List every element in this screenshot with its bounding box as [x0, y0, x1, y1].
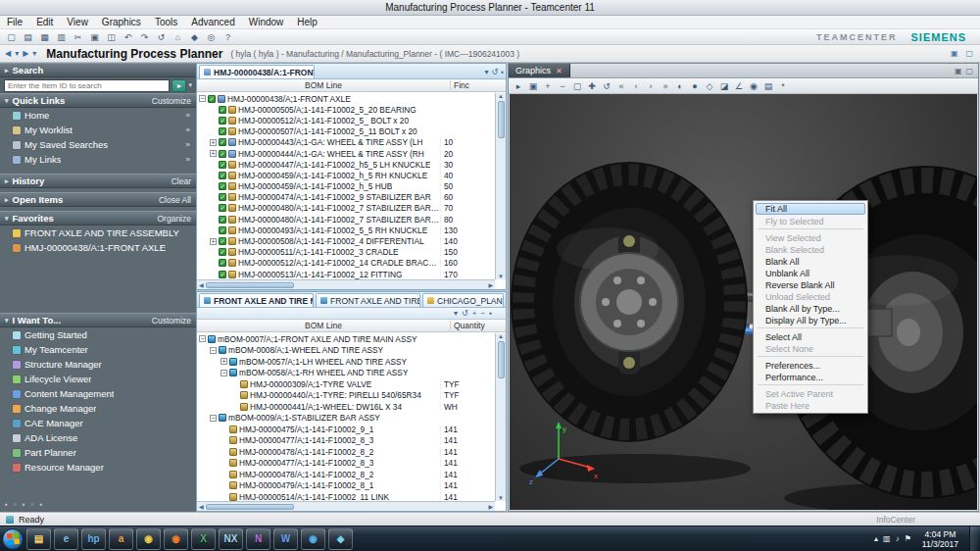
mbom-row[interactable]: HMJ-00000478/A;1-141-F10002_8_2 141: [197, 446, 495, 458]
forward-icon[interactable]: ▶: [23, 49, 28, 58]
chevron-right-icon[interactable]: »: [186, 125, 190, 134]
i-want-to-customize-link[interactable]: Customize: [152, 316, 191, 326]
column-find-no[interactable]: Finc: [451, 80, 506, 90]
checkbox-checked-icon[interactable]: ✓: [219, 271, 226, 278]
favorite-item[interactable]: HMJ-00000438/A:1-FRONT AXLE: [0, 240, 196, 255]
layout-icon[interactable]: ▪: [23, 500, 25, 509]
graphics-settings-icon[interactable]: *: [776, 79, 790, 92]
redo-icon[interactable]: ↷: [137, 30, 152, 43]
checkbox-checked-icon[interactable]: ✓: [219, 193, 226, 201]
shaded-icon[interactable]: ●: [688, 79, 702, 92]
hp-icon[interactable]: hp: [81, 528, 106, 550]
checkbox-checked-icon[interactable]: ✓: [219, 216, 226, 224]
context-menu-item[interactable]: Preferences...: [756, 359, 865, 371]
tree-expander-icon[interactable]: +: [210, 139, 217, 146]
infocenter-label[interactable]: InfoCenter: [876, 515, 915, 525]
checkbox-checked-icon[interactable]: ✓: [219, 161, 226, 169]
column-bom-line[interactable]: BOM Line: [197, 321, 451, 330]
ebom-row[interactable]: ✓ HMJ-00000507/A;1-141-F10002_5_11 BOLT …: [197, 126, 495, 137]
favorites-section-header[interactable]: ▾ Favorites Organize: [0, 211, 196, 225]
scrollbar-thumb[interactable]: [206, 504, 294, 510]
favorite-item[interactable]: FRONT AXLE AND TIRE ASSEMBLY: [0, 225, 196, 240]
new-icon[interactable]: ▢: [4, 30, 19, 43]
excel-icon[interactable]: X: [191, 528, 216, 550]
mbom-row[interactable]: HMJ-00000478/A;1-141-F10002_8_2 141: [197, 469, 495, 480]
first-frame-icon[interactable]: «: [614, 79, 628, 92]
view-menu-icon[interactable]: ▾: [454, 309, 458, 318]
checkbox-checked-icon[interactable]: ✓: [219, 172, 226, 179]
ebom-tab[interactable]: HMJ-00000438/A:1-FRONT AXLE ✕: [199, 65, 315, 78]
menu-item[interactable]: Help: [290, 16, 324, 29]
context-menu-item[interactable]: Display All by Type...: [756, 314, 865, 326]
teamcenter-icon[interactable]: ◈: [328, 528, 353, 550]
section-icon[interactable]: ◪: [717, 79, 731, 92]
taskbar-clock[interactable]: 4:04 PM 11/3/2017: [916, 529, 964, 549]
search-options-caret-icon[interactable]: ▾: [188, 81, 192, 89]
tree-expander-icon[interactable]: +: [210, 238, 217, 245]
mbom-row[interactable]: − mBOM-0007/A;1-FRONT AXLE AND TIRE MAIN…: [197, 333, 495, 345]
scroll-right-icon[interactable]: ▶: [488, 281, 493, 288]
expand-all-icon[interactable]: +: [472, 309, 477, 318]
checkbox-checked-icon[interactable]: ✓: [219, 150, 226, 158]
prev-frame-icon[interactable]: ‹: [629, 79, 643, 92]
context-menu-item[interactable]: Blank All by Type...: [756, 302, 865, 314]
history-section-header[interactable]: ▸ History Clear: [0, 174, 196, 188]
print-icon[interactable]: ▥: [54, 30, 69, 43]
tree-expander-icon[interactable]: −: [210, 415, 217, 422]
checkbox-checked-icon[interactable]: ✓: [219, 182, 226, 190]
back-icon[interactable]: ◀: [5, 49, 11, 58]
collapse-all-icon[interactable]: −: [480, 309, 485, 318]
tray-expand-icon[interactable]: ▴: [874, 534, 878, 543]
zoom-in-icon[interactable]: +: [541, 79, 555, 92]
ebom-row[interactable]: ✓ HMJ-00000480/A;1-141-F10002_7 STABILIZ…: [197, 214, 495, 225]
volume-icon[interactable]: ♪: [896, 534, 900, 543]
application-link-item[interactable]: ADA License: [0, 430, 196, 445]
detach-view-icon[interactable]: ▣: [955, 67, 962, 75]
mbom-row[interactable]: HMJ-00000477/A;1-141-F10002_8_3 141: [197, 435, 495, 447]
menu-item[interactable]: Graphics: [95, 16, 148, 29]
menu-item[interactable]: Edit: [29, 16, 60, 29]
context-menu-item[interactable]: [758, 327, 863, 328]
zoom-area-icon[interactable]: ▣: [526, 79, 540, 92]
help-icon[interactable]: ?: [220, 30, 235, 43]
checkbox-checked-icon[interactable]: ✓: [219, 237, 226, 245]
scroll-up-icon[interactable]: ▲: [498, 93, 504, 99]
copy-icon[interactable]: ▣: [87, 30, 102, 43]
tree-expander-icon[interactable]: −: [199, 95, 206, 102]
application-link-item[interactable]: Part Planner: [0, 445, 196, 460]
home-icon[interactable]: ⌂: [171, 30, 185, 43]
menu-item[interactable]: Tools: [148, 16, 184, 29]
tree-expander-icon[interactable]: −: [220, 370, 227, 376]
quick-links-customize-link[interactable]: Customize: [152, 96, 191, 106]
checkbox-checked-icon[interactable]: ✓: [219, 248, 226, 256]
ebom-row[interactable]: ✓ HMJ-00000493/A;1-141-F10002_5_5 RH KNU…: [197, 225, 495, 235]
maximize-view-icon[interactable]: ▢: [965, 67, 973, 75]
3d-viewport[interactable]: y x z Fit All Fly to Selected: [510, 94, 977, 510]
context-menu-item[interactable]: Paste Here: [756, 399, 865, 411]
mbom-row[interactable]: + mBOM-0057/A;1-LH WHEEL AND TIRE ASSY: [197, 356, 495, 368]
scroll-left-icon[interactable]: ◀: [199, 281, 204, 288]
column-quantity[interactable]: Quantity: [451, 321, 506, 330]
item-id-search-input[interactable]: [4, 79, 170, 92]
mbom-vertical-scrollbar[interactable]: ▲ ▼: [495, 333, 506, 501]
context-menu-item[interactable]: Select All: [756, 330, 865, 342]
ebom-row[interactable]: ✓ HMJ-00000511/A;1-141-F10002_3 CRADLE 1…: [197, 247, 495, 258]
mbom-row[interactable]: HMJ-00000309/A;1-TYRE VALVE TYF: [197, 378, 495, 390]
refresh-view-icon[interactable]: ↺: [462, 309, 468, 318]
history-clear-link[interactable]: Clear: [172, 176, 191, 186]
onenote-icon[interactable]: N: [246, 528, 270, 550]
ebom-row[interactable]: + ✓ HMJ-00000444/A;1-GA: WHEEL & TIRE AS…: [197, 148, 495, 159]
context-menu-item[interactable]: Performance...: [756, 371, 865, 382]
i-want-to-section-header[interactable]: ▾ I Want To... Customize: [0, 313, 196, 327]
ebom-row[interactable]: ✓ HMJ-00000459/A;1-141-F10002_h_5 RH KNU…: [197, 170, 495, 180]
application-link-item[interactable]: Resource Manager: [0, 460, 196, 475]
tree-expander-icon[interactable]: −: [199, 335, 206, 342]
ebom-vertical-scrollbar[interactable]: ▲ ▼: [495, 93, 506, 279]
open-items-close-all-link[interactable]: Close All: [159, 195, 191, 205]
search-go-button[interactable]: ▸: [172, 79, 186, 92]
scrollbar-thumb[interactable]: [206, 282, 294, 288]
checkbox-checked-icon[interactable]: ✓: [219, 117, 226, 125]
context-menu-item[interactable]: Blank All: [756, 255, 865, 267]
ebom-row[interactable]: ✓ HMJ-00000474/A;1-141-F10002_9 STABILIZ…: [197, 192, 495, 203]
back-caret-icon[interactable]: ▾: [15, 49, 19, 58]
